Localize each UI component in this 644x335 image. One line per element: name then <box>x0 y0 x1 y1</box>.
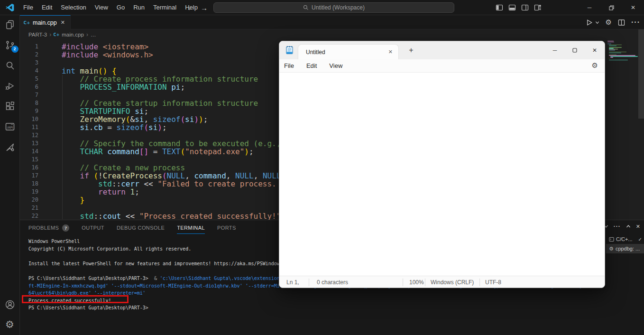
check-icon: ✓ <box>638 237 642 242</box>
minimap-line <box>609 58 609 58</box>
menu-file[interactable]: File <box>19 0 37 15</box>
menu-terminal[interactable]: Terminal <box>149 0 181 15</box>
terminal-instance-label: C/C+... <box>616 236 633 242</box>
window-restore-button[interactable] <box>600 0 622 15</box>
maximize-panel-icon[interactable] <box>626 224 631 229</box>
minimap-line <box>609 52 626 52</box>
chevron-right-icon: › <box>86 31 88 38</box>
notepad-tab-bar: Untitled ✕ + ─ ✕ <box>279 41 605 59</box>
panel-more-actions-icon[interactable]: ··· <box>614 223 621 230</box>
menu-edit[interactable]: Edit <box>37 0 56 15</box>
explorer-icon[interactable] <box>2 19 18 30</box>
tab-problems[interactable]: PROBLEMS 7 <box>28 220 69 235</box>
toggle-sidebar-icon[interactable] <box>496 4 503 11</box>
cpp-file-icon: C+ <box>24 19 30 26</box>
debug-settings-gear-icon[interactable]: ⚙ <box>606 18 612 27</box>
minimap-line <box>610 56 638 56</box>
search-icon <box>303 5 309 10</box>
notepad-close-button[interactable]: ✕ <box>585 41 605 59</box>
menu-selection[interactable]: Selection <box>56 0 90 15</box>
restore-icon <box>609 5 614 10</box>
notepad-tab-untitled[interactable]: Untitled ✕ <box>298 44 399 59</box>
more-actions-icon[interactable]: ··· <box>631 18 640 27</box>
activity-bar: 2 /API ⚙ <box>0 15 20 335</box>
notepad-text-area[interactable] <box>279 73 605 276</box>
extensions-icon[interactable] <box>2 101 18 112</box>
close-panel-icon[interactable]: ✕ <box>636 223 640 230</box>
notepad-new-tab-button[interactable]: + <box>405 46 417 55</box>
customize-layout-icon[interactable] <box>534 4 542 11</box>
menu-view[interactable]: View <box>91 0 112 15</box>
minimap[interactable] <box>607 41 637 117</box>
minimap-line <box>607 42 614 42</box>
notepad-menu-bar: File Edit View ⚙ <box>279 59 605 73</box>
status-line-ending[interactable]: Windows (CRLF) <box>425 279 479 286</box>
notepad-maximize-button[interactable] <box>565 41 585 59</box>
editor-scrollbar[interactable] <box>638 29 644 119</box>
window-minimize-button[interactable]: ─ <box>579 0 600 15</box>
api-client-icon[interactable]: /API <box>2 121 18 132</box>
vscode-titlebar: File Edit Selection View Go Run Terminal… <box>0 0 644 15</box>
menu-run[interactable]: Run <box>129 0 149 15</box>
problems-count-badge: 7 <box>62 224 69 232</box>
split-editor-icon[interactable] <box>618 19 625 26</box>
minimap-line <box>609 45 622 45</box>
desktop-screen: File Edit Selection View Go Run Terminal… <box>0 0 644 335</box>
minimap-line <box>609 53 622 53</box>
notepad-menu-file[interactable]: File <box>284 62 294 69</box>
minimap-line <box>609 60 628 60</box>
notepad-menu-view[interactable]: View <box>329 62 342 69</box>
minimap-line <box>607 44 611 44</box>
command-center-search[interactable]: Untitled (Workspace) <box>213 2 454 13</box>
tab-output[interactable]: OUTPUT <box>82 220 104 235</box>
account-icon[interactable] <box>2 299 18 310</box>
menu-go[interactable]: Go <box>112 0 129 15</box>
run-button[interactable] <box>586 19 593 26</box>
tab-terminal[interactable]: TERMINAL <box>177 220 205 235</box>
vscode-logo-icon <box>5 3 15 12</box>
run-debug-icon[interactable] <box>2 80 18 92</box>
run-dropdown-icon[interactable] <box>595 20 599 25</box>
tab-ports-label: PORTS <box>217 225 236 231</box>
notepad-menu-edit[interactable]: Edit <box>306 62 317 69</box>
status-zoom[interactable]: 100% <box>403 279 425 286</box>
source-control-badge: 2 <box>11 46 18 53</box>
status-line-col: Ln 1, Col 1 <box>279 279 309 286</box>
chevron-right-icon: › <box>49 31 51 38</box>
tab-ports[interactable]: PORTS <box>217 220 236 235</box>
window-close-button[interactable]: ✕ <box>622 0 644 15</box>
tab-main-cpp[interactable]: C+ main.cpp ✕ <box>20 15 71 29</box>
breadcrumb-symbol[interactable]: … <box>91 32 96 37</box>
notepad-minimize-button[interactable]: ─ <box>545 41 565 59</box>
svg-text:C+: C+ <box>54 32 59 37</box>
status-encoding[interactable]: UTF-8 <box>479 279 605 286</box>
nav-forward-icon[interactable]: → <box>201 4 208 12</box>
terminal-instance-cppdbg[interactable]: ⚙ cppdbg: ... <box>606 244 644 253</box>
indent-guide <box>62 75 63 219</box>
tab-debug-console[interactable]: DEBUG CONSOLE <box>117 220 165 235</box>
notepad-window: Untitled ✕ + ─ ✕ File Edit View ⚙ Ln 1, … <box>279 41 605 288</box>
breadcrumb-folder[interactable]: PART-3 <box>28 32 47 37</box>
notepad-status-bar: Ln 1, Col 1 0 characters 100% Windows (C… <box>279 276 605 288</box>
search-label: Untitled (Workspace) <box>312 4 365 11</box>
nav-back-icon[interactable]: ← <box>187 4 194 12</box>
toggle-secondary-sidebar-icon[interactable] <box>521 4 529 11</box>
editor-tab-bar: C+ main.cpp ✕ ⚙ ··· <box>20 15 644 29</box>
tab-problems-label: PROBLEMS <box>28 225 59 231</box>
extension-plane-icon[interactable] <box>2 141 18 153</box>
breadcrumb-file[interactable]: main.cpp <box>62 32 84 37</box>
notepad-tab-close-icon[interactable]: ✕ <box>388 49 393 55</box>
breadcrumb: PART-3 › C+ main.cpp › … <box>20 29 644 40</box>
terminal-instance-cpp-task[interactable]: C/C+... ✓ <box>606 234 644 244</box>
notepad-settings-gear-icon[interactable]: ⚙ <box>592 61 598 70</box>
notepad-app-icon <box>285 46 294 55</box>
tab-close-icon[interactable]: ✕ <box>61 19 65 26</box>
toggle-panel-icon[interactable] <box>508 4 516 11</box>
svg-text:/API: /API <box>7 126 13 130</box>
search-sidebar-icon[interactable] <box>2 60 18 71</box>
terminal-icon <box>609 237 614 242</box>
status-characters: 0 characters <box>309 279 403 286</box>
notepad-tab-title: Untitled <box>306 49 325 56</box>
settings-gear-icon[interactable]: ⚙ <box>2 319 18 330</box>
source-control-icon[interactable]: 2 <box>2 39 18 51</box>
